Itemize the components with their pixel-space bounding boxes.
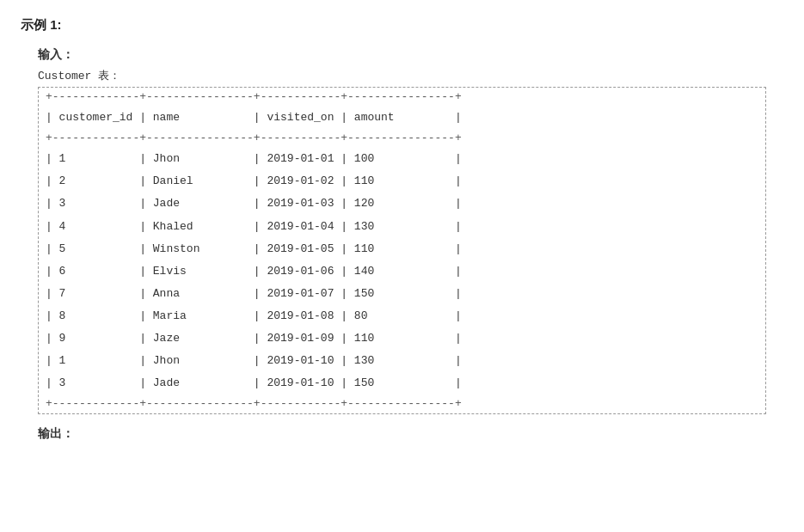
table-label: Customer 表：: [38, 68, 783, 83]
table-row: | 2 | Daniel | 2019-01-02 | 110 |: [39, 170, 765, 193]
data-table: +-------------+----------------+--------…: [38, 87, 766, 414]
input-label: 输入：: [38, 47, 783, 63]
table-row: | 5 | Winston | 2019-01-05 | 110 |: [39, 238, 765, 260]
table-rows: | 1 | Jhon | 2019-01-01 | 100 || 2 | Dan…: [39, 148, 765, 394]
table-row: | 9 | Jaze | 2019-01-09 | 110 |: [39, 327, 765, 350]
table-row: | 3 | Jade | 2019-01-10 | 150 |: [39, 372, 765, 394]
table-row: | 1 | Jhon | 2019-01-01 | 100 |: [39, 148, 765, 170]
table-row: | 4 | Khaled | 2019-01-04 | 130 |: [39, 216, 765, 238]
example-title: 示例 1:: [21, 17, 783, 34]
table-row: | 7 | Anna | 2019-01-07 | 150 |: [39, 283, 765, 305]
top-separator: +-------------+----------------+--------…: [39, 88, 765, 107]
table-row: | 3 | Jade | 2019-01-03 | 120 |: [39, 193, 765, 215]
table-row: | 8 | Maria | 2019-01-08 | 80 |: [39, 305, 765, 327]
header-row: | customer_id | name | visited_on | amou…: [39, 107, 765, 129]
bottom-separator: +-------------+----------------+--------…: [39, 394, 765, 413]
header-separator: +-------------+----------------+--------…: [39, 129, 765, 148]
table-row: | 1 | Jhon | 2019-01-10 | 130 |: [39, 350, 765, 372]
table-row: | 6 | Elvis | 2019-01-06 | 140 |: [39, 260, 765, 283]
output-label: 输出：: [38, 426, 783, 442]
example-section: 示例 1: 输入： Customer 表： +-------------+---…: [21, 17, 783, 442]
